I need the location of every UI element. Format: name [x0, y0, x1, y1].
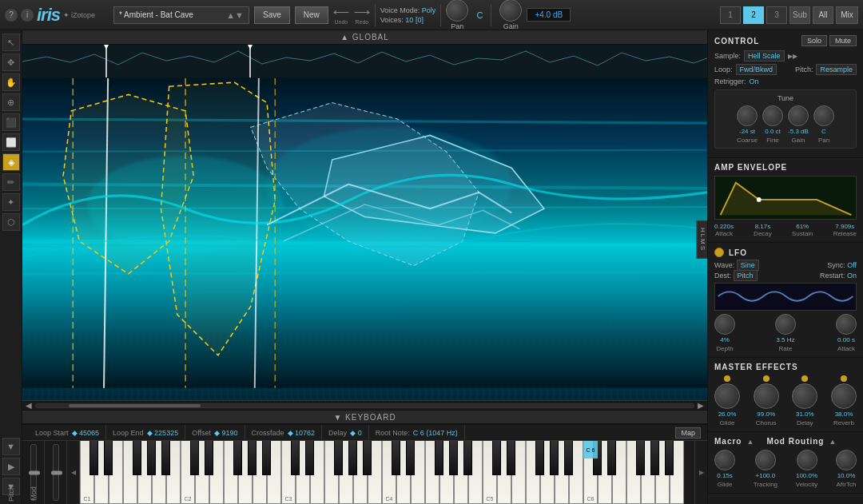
- tool-rect[interactable]: ⬜: [2, 133, 20, 151]
- black-key-A2s[interactable]: [262, 441, 271, 475]
- black-key-F6s[interactable]: [636, 441, 645, 475]
- macro-velocity-knob[interactable]: [797, 450, 817, 470]
- black-key-C2s[interactable]: [190, 441, 199, 475]
- scroll-left-arrow[interactable]: ◀: [26, 401, 32, 410]
- solo-button[interactable]: Solo: [801, 35, 827, 46]
- black-key-G2s[interactable]: [248, 441, 257, 475]
- black-key-D1s[interactable]: [104, 441, 113, 475]
- macro-aftertouch-knob[interactable]: [836, 450, 857, 470]
- tool-arrow[interactable]: ↖: [2, 34, 20, 51]
- black-key-C4s[interactable]: [392, 441, 400, 475]
- macro-arrow[interactable]: ▲: [746, 438, 754, 446]
- black-key-G1s[interactable]: [147, 441, 156, 475]
- pitch-dropdown[interactable]: Resample: [816, 64, 857, 75]
- waveform-area[interactable]: [22, 45, 707, 78]
- macro-tracking-knob[interactable]: [755, 450, 776, 470]
- black-key-A3s[interactable]: [363, 441, 372, 475]
- hlms-tab[interactable]: HLMS: [696, 220, 707, 258]
- black-key-A1s[interactable]: [161, 441, 170, 475]
- layer-tab-mix[interactable]: Mix: [836, 6, 858, 24]
- gain-knob[interactable]: [499, 0, 522, 22]
- tool-pencil[interactable]: ✏: [2, 173, 20, 191]
- pan-ctrl-knob[interactable]: [813, 105, 834, 126]
- black-key-C5s[interactable]: [492, 441, 501, 475]
- black-key-D3s[interactable]: [305, 441, 314, 475]
- black-key-G6s[interactable]: [650, 441, 659, 475]
- layer-tab-sub[interactable]: Sub: [789, 6, 810, 24]
- black-key-G3s[interactable]: [348, 441, 357, 475]
- black-key-A5s[interactable]: [564, 441, 573, 475]
- tool-hand[interactable]: ✋: [2, 73, 20, 91]
- mod-slider-track[interactable]: [53, 444, 59, 501]
- loop-dropdown[interactable]: Fwd/Bkwd: [736, 64, 777, 75]
- spectrogram[interactable]: STOOL HLMS: [22, 78, 707, 400]
- preset-selector[interactable]: * Ambient - Bat Cave ▲▼: [113, 6, 249, 24]
- chorus-power[interactable]: [763, 375, 770, 382]
- black-key-F1s[interactable]: [133, 441, 141, 475]
- piano-scroll-left[interactable]: ◀: [67, 441, 80, 504]
- piano-keys-container[interactable]: (function() { const notes = ['C','D','E'…: [80, 441, 694, 504]
- map-button[interactable]: Map: [675, 427, 701, 439]
- layer-tab-3[interactable]: 3: [766, 6, 787, 24]
- lfo-attack-knob[interactable]: [836, 314, 857, 335]
- tool-brush[interactable]: ⬛: [2, 113, 20, 131]
- tool-active[interactable]: ◈: [2, 153, 20, 171]
- fine-knob[interactable]: [762, 105, 783, 126]
- black-key-D2s[interactable]: [205, 441, 213, 475]
- piano-scroll-right[interactable]: ▶: [694, 441, 707, 504]
- new-button[interactable]: New: [295, 6, 328, 24]
- lfo-depth-knob[interactable]: [714, 314, 735, 335]
- black-key-D4s[interactable]: [406, 441, 415, 475]
- lfo-display[interactable]: [714, 283, 857, 311]
- black-key-D5s[interactable]: [507, 441, 515, 475]
- lfo-wave-dropdown[interactable]: Sine: [737, 260, 759, 271]
- save-button[interactable]: Save: [254, 6, 290, 24]
- glide-power[interactable]: [724, 375, 730, 382]
- black-key-F2s[interactable]: [233, 441, 242, 475]
- tool-pointer[interactable]: ✥: [2, 54, 20, 71]
- undo-button[interactable]: ⟵: [333, 6, 349, 18]
- mute-button[interactable]: Mute: [829, 35, 857, 46]
- scroll-right-arrow[interactable]: ▶: [698, 401, 704, 410]
- keyboard-bar[interactable]: ▼ KEYBOARD: [22, 410, 707, 424]
- lfo-power-button[interactable]: [714, 248, 724, 257]
- black-key-F4s[interactable]: [435, 441, 443, 475]
- glide-knob[interactable]: [714, 383, 740, 409]
- scroll-thumb[interactable]: [69, 404, 201, 407]
- scrollbar-area[interactable]: ◀ ▶: [22, 400, 707, 410]
- sample-dropdown[interactable]: Hell Scale: [744, 50, 785, 62]
- lfo-dest-dropdown[interactable]: Pitch: [734, 270, 758, 281]
- reverb-knob[interactable]: [831, 383, 857, 409]
- black-key-C1s[interactable]: [89, 441, 98, 475]
- macro-glide-knob[interactable]: [714, 450, 735, 470]
- reverb-power[interactable]: [841, 375, 847, 382]
- black-key-D6s[interactable]: [607, 441, 616, 475]
- layer-tab-1[interactable]: 1: [720, 6, 741, 24]
- sample-arrow[interactable]: ▶▶: [788, 53, 797, 60]
- tool-eraser[interactable]: ⬡: [2, 213, 20, 231]
- coarse-knob[interactable]: [737, 105, 758, 126]
- amp-envelope-display[interactable]: [714, 176, 857, 220]
- chorus-knob[interactable]: [754, 383, 779, 409]
- tool-star[interactable]: ✦: [2, 193, 20, 211]
- pan-knob[interactable]: [446, 0, 468, 22]
- mod-routing-arrow[interactable]: ▲: [829, 438, 836, 446]
- gain-ctrl-knob[interactable]: [788, 105, 809, 126]
- black-key-A6s[interactable]: [665, 441, 674, 475]
- lfo-rate-knob[interactable]: [775, 314, 796, 335]
- global-bar[interactable]: ▲ GLOBAL: [22, 30, 707, 45]
- black-key-G5s[interactable]: [550, 441, 559, 475]
- delay-power[interactable]: [801, 375, 808, 382]
- scroll-track[interactable]: [35, 403, 694, 408]
- redo-button[interactable]: ⟶: [354, 6, 370, 18]
- layer-tab-all[interactable]: All: [813, 6, 833, 24]
- layer-tab-2[interactable]: 2: [743, 6, 764, 24]
- black-key-C3s[interactable]: [291, 441, 300, 475]
- delay-knob[interactable]: [792, 383, 817, 409]
- black-key-F3s[interactable]: [334, 441, 343, 475]
- tool-zoom[interactable]: ⊕: [2, 93, 20, 111]
- black-key-F5s[interactable]: [535, 441, 544, 475]
- info-button[interactable]: i: [21, 9, 34, 22]
- black-key-A4s[interactable]: [463, 441, 472, 475]
- help-button[interactable]: ?: [5, 9, 18, 22]
